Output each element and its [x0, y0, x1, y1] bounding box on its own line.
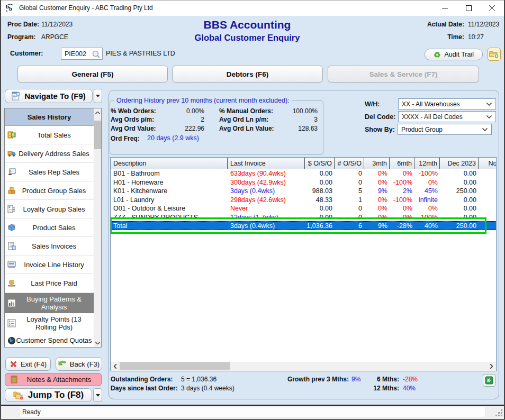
- growth-3mths-label: Growth prev 3 Mths:: [287, 376, 349, 383]
- avg-ord-ln-value-value: 128.63: [272, 125, 318, 132]
- table-scrollbar-thumb[interactable]: [120, 362, 230, 370]
- col-header-description[interactable]: Description: [111, 158, 228, 169]
- col-header-os-dollar[interactable]: $ O/S/O: [305, 158, 335, 169]
- time-value: 10:27: [468, 33, 484, 41]
- sidebar-scrollbar-thumb[interactable]: [94, 121, 101, 149]
- outstanding-orders-label: Outstanding Orders:: [111, 376, 173, 383]
- col-header-6mth[interactable]: 6mth: [390, 158, 414, 169]
- sidebar-item-sales-invoices[interactable]: Sales Invoices: [5, 237, 94, 255]
- navigate-form-icon: [12, 92, 21, 101]
- sales-table: Description Last Invoice $ O/S/O # O/S/O…: [110, 157, 497, 371]
- scroll-right-button[interactable]: [487, 362, 496, 370]
- sidebar-scroll-down-button[interactable]: [94, 339, 101, 347]
- loyalty-points-icon: [7, 319, 16, 327]
- growth-6mths-label: 6 Mths:: [373, 376, 399, 383]
- chevron-down-icon: [482, 128, 488, 131]
- close-button[interactable]: [480, 0, 504, 16]
- ordering-history-title: Ordering History prev 10 months (current…: [114, 97, 292, 104]
- program-value: ARPGCE: [41, 33, 68, 41]
- outstanding-orders-value: 5 = 1,036.36: [181, 376, 217, 383]
- minimize-button[interactable]: [433, 0, 457, 16]
- exit-button[interactable]: Exit (F4): [5, 357, 51, 371]
- total-sales-icon: [7, 131, 16, 139]
- annotation-highlight-box: [110, 217, 486, 234]
- ord-freq-value: 20 days (2.9 wks): [147, 134, 199, 142]
- exit-label: Exit (F4): [21, 360, 47, 368]
- sidebar-item-total-sales[interactable]: Total Sales: [5, 126, 94, 144]
- back-button[interactable]: Back (F3): [56, 357, 102, 371]
- col-header-3mth[interactable]: 3mth: [364, 158, 390, 169]
- sidebar-item-sales-rep-sales[interactable]: Sales Rep Sales: [5, 163, 94, 181]
- jump-folders-icon: [13, 391, 24, 400]
- col-header-os-count[interactable]: # O/S/O: [335, 158, 364, 169]
- app-title: BBS Accounting: [132, 19, 362, 31]
- maximize-icon: [466, 5, 472, 11]
- show-by-select[interactable]: Product Group: [398, 124, 492, 135]
- navigation-list: Sales History Total Sales Delivery Addre…: [4, 108, 102, 348]
- open-folder-button[interactable]: [488, 48, 501, 61]
- proc-date-value: 11/12/2023: [41, 21, 73, 28]
- table-row[interactable]: O01 - Outdoor & Leisure Never 0.00 0 0% …: [111, 204, 496, 213]
- delivery-truck-icon: [7, 149, 16, 158]
- maximize-button[interactable]: [457, 0, 481, 16]
- avg-ords-value: 2: [159, 116, 204, 123]
- chevron-down-icon: [486, 115, 492, 118]
- sidebar-item-loyalty-group-sales[interactable]: Loyalty Group Sales: [5, 200, 94, 218]
- sidebar-item-invoice-line-history[interactable]: Invoice Line History: [5, 255, 94, 274]
- audit-trail-label: Audit Trail: [444, 51, 474, 58]
- del-code-select[interactable]: XXXX - All Del Codes: [398, 111, 496, 122]
- col-header-dec-2023[interactable]: Dec 2023: [440, 158, 479, 169]
- table-horizontal-scrollbar[interactable]: [111, 362, 496, 371]
- notes-attachments-button[interactable]: Notes & Attachments: [5, 373, 102, 386]
- col-header-nov-2023[interactable]: Nov 2023: [479, 158, 497, 169]
- table-row[interactable]: L01 - Laundry 298days (42.6wks) 48.33 1 …: [111, 196, 496, 205]
- avg-ord-value-value: 222.96: [159, 125, 204, 132]
- jump-to-dropdown-arrow[interactable]: [93, 388, 102, 402]
- scroll-left-icon: [114, 364, 116, 369]
- navigate-to-label: Navigate To (F9): [24, 92, 86, 101]
- app-subtitle: Global Customer Enquiry: [132, 33, 362, 43]
- status-panel: [20, 407, 485, 418]
- chevron-down-icon: [486, 103, 492, 106]
- back-label: Back (F3): [70, 360, 100, 368]
- table-row[interactable]: K01 - Kitchenware 3days (0.4wks) 988.03 …: [111, 187, 496, 196]
- jump-to-button[interactable]: Jump To (F8): [5, 388, 92, 402]
- product-group-icon: [7, 186, 16, 195]
- sidebar-item-loyalty-points[interactable]: Loyalty Points (13Rolling Pds): [5, 313, 94, 333]
- audit-trail-button[interactable]: ♻ Audit Trail: [425, 49, 483, 60]
- sidebar-item-delivery-address-sales[interactable]: Delivery Address Sales: [5, 144, 94, 163]
- sidebar-item-product-sales[interactable]: Product Sales: [5, 218, 94, 237]
- scroll-left-button[interactable]: [111, 362, 120, 370]
- navigate-to-button[interactable]: Navigate To (F9): [5, 89, 93, 103]
- customer-code-input[interactable]: PIE002: [61, 48, 103, 60]
- svg-text:b: b: [9, 5, 12, 12]
- navigate-to-dropdown-arrow[interactable]: [94, 89, 102, 103]
- col-header-12mth[interactable]: 12mth: [414, 158, 440, 169]
- sidebar-scroll-up-button[interactable]: [94, 108, 101, 117]
- invoice-icon: [7, 242, 16, 250]
- tab-debtors[interactable]: Debtors (F6): [172, 66, 323, 83]
- days-since-label: Days since last Order:: [111, 385, 178, 392]
- tab-general[interactable]: General (F5): [17, 66, 168, 83]
- table-row[interactable]: H01 - Homeware 300days (42.9wks) 0.00 0 …: [111, 178, 496, 187]
- sidebar-item-buying-patterns[interactable]: Buying Patterns &Analysis: [5, 293, 94, 313]
- window-border-left: [0, 0, 1, 420]
- sidebar-group-header: Sales History: [5, 108, 94, 126]
- bar-chart-icon: [7, 299, 16, 307]
- export-excel-button[interactable]: [483, 374, 495, 387]
- warehouse-label: W/H:: [365, 101, 380, 108]
- invoice-history-icon: [7, 260, 16, 269]
- sidebar-item-product-group-sales[interactable]: Product Group Sales: [5, 181, 94, 200]
- sales-rep-icon: [7, 168, 16, 176]
- actual-date-label: Actual Date:: [423, 21, 464, 28]
- table-row[interactable]: B01 - Bathroom 633days (90.4wks) 0.00 0 …: [111, 169, 496, 178]
- warehouse-select[interactable]: XX - All Warehouses: [398, 98, 496, 109]
- status-text: Ready: [22, 408, 41, 416]
- recycle-icon: ♻: [434, 51, 440, 59]
- search-icon[interactable]: [92, 50, 101, 59]
- col-header-last-invoice[interactable]: Last Invoice: [228, 158, 305, 169]
- coins-icon: [7, 279, 16, 287]
- sidebar-item-customer-spend-quotas[interactable]: Customer Spend Quotas: [5, 333, 94, 348]
- sidebar-item-last-price-paid[interactable]: Last Price Paid: [5, 274, 94, 293]
- scroll-down-icon: [95, 342, 100, 344]
